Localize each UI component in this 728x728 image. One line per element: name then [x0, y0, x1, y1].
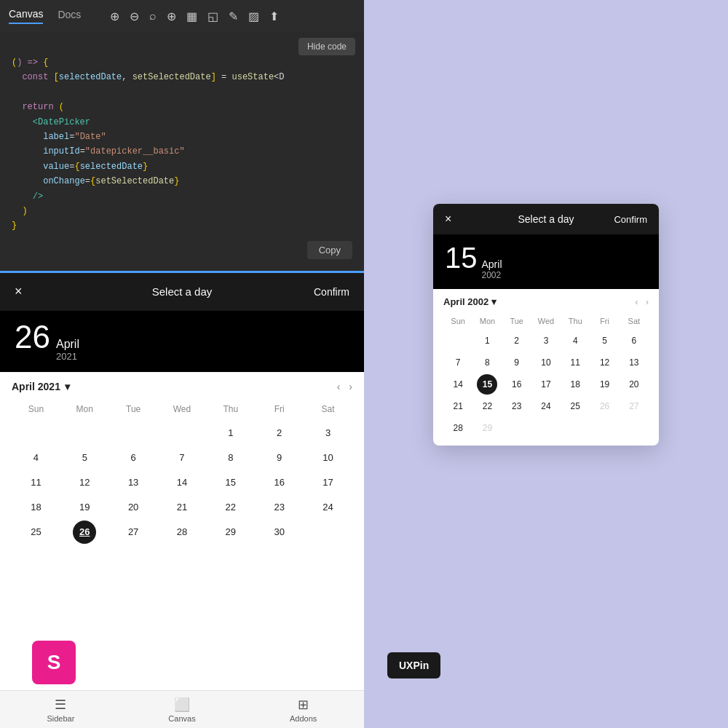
dp-nav-arrows: ‹ ›: [337, 381, 352, 392]
grid-icon[interactable]: ▦: [186, 9, 197, 23]
dpr-close-button[interactable]: ×: [445, 213, 451, 226]
dpr-day-15[interactable]: 15: [477, 374, 497, 395]
dp-day-2[interactable]: 2: [268, 422, 291, 445]
dpr-day-13[interactable]: 13: [624, 352, 644, 373]
dpr-weekdays: Sun Mon Tue Wed Thu Fri Sat: [443, 314, 649, 328]
dpr-day-11[interactable]: 11: [565, 352, 585, 373]
tab-canvas[interactable]: Canvas: [9, 8, 43, 24]
dp-day-5[interactable]: 5: [73, 446, 96, 470]
dpr-prev-arrow[interactable]: ‹: [635, 296, 638, 307]
dp-close-button[interactable]: ×: [15, 284, 23, 299]
dpr-day-19[interactable]: 19: [595, 374, 615, 395]
copy-button[interactable]: Copy: [307, 241, 352, 259]
dpr-day-4[interactable]: 4: [565, 331, 585, 351]
sidebar-label: Sidebar: [47, 714, 74, 723]
dpr-day-21[interactable]: 21: [448, 396, 468, 416]
zoom-in-icon[interactable]: ⊕: [110, 9, 119, 23]
dp-year-label: 2021: [56, 351, 79, 362]
dp-day-25[interactable]: 25: [24, 521, 47, 544]
dp-day-17[interactable]: 17: [317, 471, 340, 494]
sketchbook-icon[interactable]: S: [32, 641, 76, 684]
dp-day-12[interactable]: 12: [73, 471, 96, 494]
dpr-day-9[interactable]: 9: [507, 352, 527, 373]
dp-day-27[interactable]: 27: [122, 521, 145, 544]
left-panel: Canvas Docs ⊕ ⊖ ⌕ ⊕ ▦ ◱ ✎ ▨ ⬆ Hide code …: [0, 0, 364, 728]
dp-day-8[interactable]: 8: [219, 446, 242, 470]
dp-day-7[interactable]: 7: [170, 446, 194, 470]
dpr-next-arrow[interactable]: ›: [646, 296, 649, 307]
datepicker-left: × Select a day Confirm 26 April 2021 Apr…: [0, 273, 364, 690]
dp-day-4[interactable]: 4: [24, 446, 47, 470]
dp-day-26[interactable]: 26: [73, 521, 96, 544]
dpr-day-1[interactable]: 1: [477, 331, 497, 351]
dpr-day-20[interactable]: 20: [624, 374, 644, 395]
addons-label: Addons: [290, 714, 317, 723]
dp-prev-arrow[interactable]: ‹: [337, 381, 341, 392]
dp-confirm-button[interactable]: Confirm: [314, 286, 349, 298]
dpr-day-7[interactable]: 7: [448, 352, 468, 373]
tab-docs[interactable]: Docs: [58, 9, 81, 23]
dp-month-nav-label[interactable]: April 2021 ▾: [12, 381, 70, 392]
dp-day-24[interactable]: 24: [317, 496, 340, 519]
dpr-day-10[interactable]: 10: [536, 352, 556, 373]
uxpin-button[interactable]: UXPin: [387, 652, 440, 678]
nav-item-sidebar[interactable]: ☰ Sidebar: [0, 697, 122, 723]
dpr-day-8[interactable]: 8: [477, 352, 497, 373]
dpr-day-2[interactable]: 2: [507, 331, 527, 351]
dp-day-14[interactable]: 14: [170, 471, 194, 494]
image-icon[interactable]: ▨: [248, 9, 259, 23]
dp-day-1[interactable]: 1: [219, 422, 242, 445]
zoom-out-icon[interactable]: ⊖: [130, 9, 139, 23]
dpr-day-5[interactable]: 5: [595, 331, 615, 351]
dpr-weekday-sun: Sun: [443, 314, 472, 328]
dp-day-22[interactable]: 22: [219, 496, 242, 519]
dp-day-28[interactable]: 28: [170, 521, 194, 544]
dpr-day-27[interactable]: 27: [624, 396, 644, 416]
dpr-day-18[interactable]: 18: [565, 374, 585, 395]
dpr-day-17[interactable]: 17: [536, 374, 556, 395]
dpr-day-14[interactable]: 14: [448, 374, 468, 395]
dp-days: 1 2 3 4 5 6 7 8 9 10 11 12 13 14 15 16 1…: [12, 422, 352, 544]
dp-day-3[interactable]: 3: [317, 422, 340, 445]
dp-day-23[interactable]: 23: [268, 496, 291, 519]
canvas-icon: ⬜: [174, 697, 190, 713]
dp-day-20[interactable]: 20: [122, 496, 145, 519]
globe-icon[interactable]: ⊕: [167, 9, 176, 23]
dpr-day-24[interactable]: 24: [536, 396, 556, 416]
dp-day-30[interactable]: 30: [268, 521, 291, 544]
dpr-day-26[interactable]: 26: [595, 396, 615, 416]
crop-icon[interactable]: ◱: [207, 9, 218, 23]
dpr-day-23[interactable]: 23: [507, 396, 527, 416]
dp-day-16[interactable]: 16: [268, 471, 291, 494]
nav-item-addons[interactable]: ⊞ Addons: [242, 697, 364, 723]
dp-day-6[interactable]: 6: [122, 446, 145, 470]
pen-icon[interactable]: ✎: [229, 9, 238, 23]
hide-code-button[interactable]: Hide code: [298, 38, 355, 55]
dp-day-18[interactable]: 18: [24, 496, 47, 519]
dp-weekday-mon: Mon: [60, 401, 109, 417]
dpr-day-3[interactable]: 3: [536, 331, 556, 351]
dpr-day-6[interactable]: 6: [624, 331, 644, 351]
dp-day-13[interactable]: 13: [122, 471, 145, 494]
dp-day-9[interactable]: 9: [268, 446, 291, 470]
dpr-day-16[interactable]: 16: [507, 374, 527, 395]
dpr-month-nav-label[interactable]: April 2002 ▾: [443, 296, 496, 307]
dp-next-arrow[interactable]: ›: [349, 381, 352, 392]
code-block: () => { const [selectedDate, setSelected…: [12, 55, 352, 234]
dp-day-29[interactable]: 29: [219, 521, 242, 544]
dpr-confirm-button[interactable]: Confirm: [614, 214, 647, 225]
dpr-day-12[interactable]: 12: [595, 352, 615, 373]
search-icon[interactable]: ⌕: [149, 9, 157, 23]
dpr-day-28[interactable]: 28: [448, 418, 468, 438]
dp-day-15[interactable]: 15: [219, 471, 242, 494]
dp-day-21[interactable]: 21: [170, 496, 194, 519]
dp-day-10[interactable]: 10: [317, 446, 340, 470]
addons-icon: ⊞: [298, 697, 309, 713]
share-icon[interactable]: ⬆: [269, 9, 279, 23]
dp-day-19[interactable]: 19: [73, 496, 96, 519]
nav-item-canvas[interactable]: ⬜ Canvas: [122, 697, 243, 723]
dp-day-11[interactable]: 11: [24, 471, 47, 494]
dpr-day-29[interactable]: 29: [477, 418, 497, 438]
dpr-day-22[interactable]: 22: [477, 396, 497, 416]
dpr-day-25[interactable]: 25: [565, 396, 585, 416]
